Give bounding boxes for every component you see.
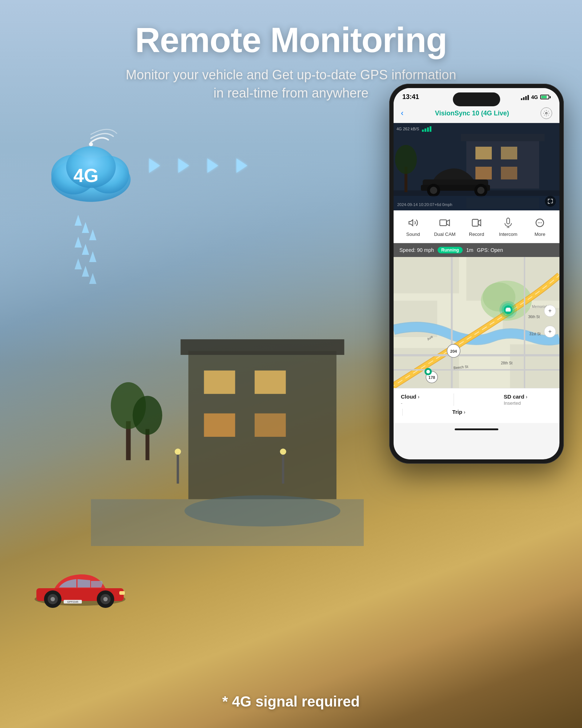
dual-cam-button[interactable]: Dual CAM <box>432 216 458 237</box>
svg-marker-24 <box>89 273 96 284</box>
svg-point-40 <box>280 448 286 455</box>
svg-rect-115 <box>506 308 510 309</box>
svg-text:28th St: 28th St <box>501 361 513 365</box>
house-svg <box>91 164 364 655</box>
svg-rect-70 <box>466 198 539 209</box>
trip-tab[interactable]: Trip › <box>452 409 501 416</box>
svg-rect-31 <box>255 414 286 437</box>
svg-text:GPP2345: GPP2345 <box>67 601 78 603</box>
sound-button[interactable]: Sound <box>400 216 426 237</box>
svg-marker-22 <box>89 229 96 240</box>
status-icons: 4G <box>521 94 551 100</box>
settings-button[interactable] <box>541 107 552 119</box>
app-title-live: (4G Live) <box>481 110 509 117</box>
record-label: Record <box>469 232 484 237</box>
svg-rect-59 <box>501 167 517 179</box>
svg-rect-76 <box>472 219 478 226</box>
phone-screen: 13:41 4G <box>394 88 559 459</box>
speed-label: Speed: 90 mph <box>399 247 434 253</box>
svg-marker-21 <box>82 266 89 277</box>
svg-marker-11 <box>207 158 218 173</box>
video-connection-info: 4G 262 kB/S <box>396 127 419 131</box>
footer-note: * 4G signal required <box>0 693 582 710</box>
svg-point-83 <box>541 222 542 223</box>
video-feed: 4G 262 kB/S 2024-09-14 10:20:07+6d 0mph <box>394 123 559 210</box>
svg-marker-19 <box>82 222 89 233</box>
video-signal-icon <box>422 126 433 132</box>
upload-arrows <box>71 204 100 313</box>
action-row: Sound Dual CAM <box>394 210 559 243</box>
up-arrows <box>71 204 100 313</box>
red-car: GPP2345 <box>29 566 131 612</box>
dynamic-island <box>453 92 500 106</box>
svg-point-64 <box>430 187 437 194</box>
video-car-scene <box>394 123 559 210</box>
svg-point-52 <box>546 112 547 114</box>
svg-text:31st St: 31st St <box>529 332 541 336</box>
status-time: 13:41 <box>402 93 419 101</box>
svg-rect-73 <box>427 127 429 132</box>
intercom-icon <box>502 216 515 229</box>
svg-rect-30 <box>204 414 235 437</box>
running-badge: Running <box>438 247 463 253</box>
gps-bar: Speed: 90 mph Running 1m GPS: Open <box>394 243 559 257</box>
svg-rect-55 <box>461 134 545 141</box>
sound-label: Sound <box>406 232 420 237</box>
svg-text:+: + <box>548 328 551 335</box>
phone-outer: 13:41 4G <box>389 84 564 464</box>
svg-rect-27 <box>180 339 344 355</box>
svg-rect-75 <box>440 220 446 226</box>
arrows-row <box>105 157 269 175</box>
dual-cam-icon <box>438 216 451 229</box>
svg-rect-37 <box>177 452 179 484</box>
svg-text:+: + <box>548 308 551 314</box>
record-icon <box>470 216 483 229</box>
cloud-tab[interactable]: Cloud › - <box>401 393 449 406</box>
more-button[interactable]: More <box>527 216 553 237</box>
svg-point-45 <box>51 597 55 601</box>
svg-marker-23 <box>89 251 96 262</box>
cloud-tab-sub: - <box>401 400 402 406</box>
svg-point-82 <box>539 222 540 223</box>
map-svg: Ave 204 178 36th St 31st St 28th St Beec… <box>394 257 559 388</box>
svg-rect-90 <box>510 344 559 388</box>
house-scene <box>91 164 364 655</box>
map-area[interactable]: Ave 204 178 36th St 31st St 28th St Beec… <box>394 257 559 388</box>
svg-rect-77 <box>507 218 510 224</box>
tab-divider-1 <box>454 393 454 406</box>
svg-point-66 <box>477 187 485 194</box>
intercom-button[interactable]: Intercom <box>495 216 521 237</box>
intercom-label: Intercom <box>499 232 518 237</box>
battery-icon <box>540 95 551 99</box>
svg-point-69 <box>395 145 417 174</box>
more-label: More <box>535 232 546 237</box>
svg-point-36 <box>133 396 162 435</box>
trip-tab-label: Trip › <box>452 409 465 415</box>
svg-point-0 <box>89 142 93 146</box>
app-title-container: VisionSync 10 (4G Live) <box>435 110 509 117</box>
cloud-tab-label: Cloud › <box>401 393 419 400</box>
video-timestamp: 2024-09-14 10:20:07+6d 0mph <box>397 202 452 207</box>
record-button[interactable]: Record <box>464 216 489 237</box>
home-indicator <box>394 423 559 435</box>
bottom-tabs: Cloud › - SD card › Inserted Trip <box>394 388 559 423</box>
svg-rect-85 <box>394 257 459 293</box>
svg-text:178: 178 <box>428 375 435 380</box>
sdcard-tab[interactable]: SD card › Inserted <box>504 393 552 406</box>
svg-marker-18 <box>75 258 82 269</box>
expand-button[interactable] <box>545 196 556 207</box>
svg-rect-72 <box>424 128 426 132</box>
svg-marker-20 <box>82 244 89 255</box>
svg-point-32 <box>184 495 340 527</box>
svg-rect-74 <box>430 126 431 132</box>
svg-rect-39 <box>282 452 284 484</box>
back-button[interactable]: ‹ <box>401 108 403 118</box>
svg-rect-58 <box>475 167 492 179</box>
main-title: Remote Monitoring <box>0 22 582 59</box>
svg-marker-17 <box>75 237 82 248</box>
svg-text:36th St: 36th St <box>528 315 540 319</box>
sdcard-tab-label: SD card › <box>504 393 527 400</box>
video-scene-svg <box>394 123 559 210</box>
data-flow-arrows <box>105 157 269 175</box>
gps-status: GPS: Open <box>477 247 503 253</box>
